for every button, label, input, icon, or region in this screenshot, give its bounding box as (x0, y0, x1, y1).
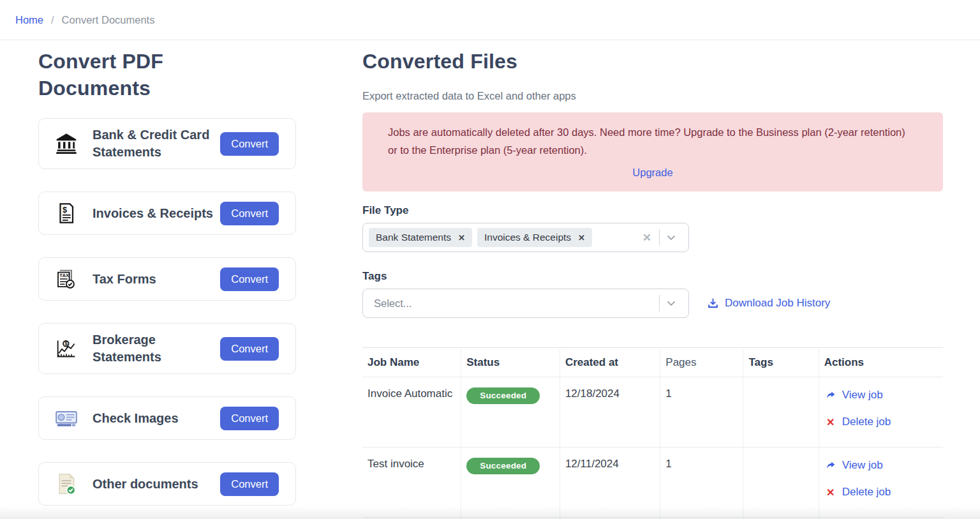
jobs-table-header-row: Job Name Status Created at Pages Tags Ac… (362, 348, 943, 377)
file-type-chip: Invoices & Receipts ✕ (477, 228, 592, 247)
file-type-label: File Type (362, 204, 943, 217)
pages-cell: 1 (660, 448, 743, 518)
status-badge: Succeeded (466, 387, 540, 404)
brokerage-icon: $ (53, 335, 80, 362)
chip-remove-icon[interactable]: ✕ (458, 233, 465, 243)
card-label: Brokerage Statements (93, 331, 220, 366)
svg-text:$: $ (64, 340, 68, 347)
convert-panel-title: Convert PDF Documents (38, 48, 204, 102)
chevron-down-icon[interactable] (665, 231, 678, 244)
card-label: Other documents (93, 476, 220, 493)
svg-text:TAX: TAX (59, 273, 70, 278)
card-label: Check Images (93, 410, 220, 427)
delete-x-icon: ✕ (824, 486, 837, 499)
status-cell: Succeeded (461, 377, 560, 448)
chip-remove-icon[interactable]: ✕ (578, 233, 585, 243)
other-document-icon (53, 470, 80, 497)
actions-cell: View job ✕ Delete job (819, 448, 943, 518)
convert-other-documents-button[interactable]: Convert (220, 472, 279, 496)
breadcrumb-home-link[interactable]: Home (15, 14, 43, 26)
view-job-label: View job (842, 389, 883, 402)
delete-job-link[interactable]: ✕ Delete job (824, 486, 938, 499)
header-tags: Tags (743, 348, 819, 377)
header-created-at: Created at (560, 348, 660, 377)
svg-text:$: $ (63, 206, 67, 214)
jobs-table: Job Name Status Created at Pages Tags Ac… (362, 347, 943, 519)
convert-bank-statements-button[interactable]: Convert (220, 132, 279, 156)
convert-check-images-button[interactable]: Convert (220, 407, 279, 430)
header-pages: Pages (660, 348, 743, 377)
card-check-images: Check Images Convert (38, 396, 296, 440)
pages-cell: 1 (660, 377, 743, 448)
retention-alert: Jobs are automatically deleted after 30 … (362, 112, 943, 192)
bank-icon (53, 130, 80, 157)
table-row: Test invoice Succeeded 12/11/2024 1 View… (362, 448, 943, 518)
page-subtitle: Export extracted data to Excel and other… (362, 90, 943, 102)
header-actions: Actions (819, 348, 943, 377)
view-job-arrow-icon (824, 389, 837, 401)
status-cell: Succeeded (461, 448, 560, 518)
delete-job-label: Delete job (842, 486, 891, 499)
breadcrumb-separator: / (51, 14, 54, 26)
delete-x-icon: ✕ (824, 416, 837, 428)
card-label: Tax Forms (93, 271, 220, 288)
view-job-label: View job (842, 459, 883, 472)
file-type-select[interactable]: Bank Statements ✕ Invoices & Receipts ✕ … (362, 223, 689, 252)
tags-label: Tags (362, 270, 943, 283)
card-label: Bank & Credit Card Statements (93, 126, 220, 161)
convert-brokerage-button[interactable]: Convert (220, 337, 279, 361)
actions-cell: View job ✕ Delete job (819, 377, 943, 448)
card-invoices-receipts: $ Invoices & Receipts Convert (38, 192, 296, 235)
status-badge: Succeeded (466, 458, 540, 474)
convert-panel: Convert PDF Documents Bank & Credit Card… (38, 48, 296, 519)
file-type-chip: Bank Statements ✕ (369, 228, 472, 247)
chip-label: Invoices & Receipts (484, 232, 571, 243)
table-row: Invoice Automatic Succeeded 12/18/2024 1… (362, 377, 943, 448)
convert-tax-forms-button[interactable]: Convert (220, 267, 279, 291)
delete-job-link[interactable]: ✕ Delete job (824, 416, 938, 428)
tax-form-icon: TAX (53, 266, 80, 292)
breadcrumb-current: Convert Documents (62, 14, 155, 26)
tags-select[interactable]: Select... (362, 289, 689, 318)
created-at-cell: 12/11/2024 (560, 448, 660, 518)
tags-cell (743, 448, 819, 518)
card-bank-statements: Bank & Credit Card Statements Convert (38, 118, 296, 169)
download-icon (707, 297, 719, 310)
download-job-history-link[interactable]: Download Job History (707, 297, 830, 310)
download-link-label: Download Job History (725, 297, 830, 310)
chevron-down-icon[interactable] (665, 297, 678, 310)
check-image-icon (53, 405, 80, 432)
converted-files-panel: Converted Files Export extracted data to… (362, 48, 943, 519)
card-brokerage-statements: $ Brokerage Statements Convert (38, 323, 296, 374)
card-label: Invoices & Receipts (93, 205, 220, 222)
view-job-link[interactable]: View job (824, 459, 938, 472)
created-at-cell: 12/18/2024 (560, 377, 660, 448)
delete-job-label: Delete job (842, 416, 891, 428)
tags-placeholder: Select... (369, 297, 412, 310)
upgrade-link[interactable]: Upgrade (388, 163, 917, 181)
chip-label: Bank Statements (376, 232, 451, 243)
view-job-link[interactable]: View job (824, 389, 938, 402)
header-job-name: Job Name (362, 348, 461, 377)
breadcrumb: Home / Convert Documents (0, 0, 980, 40)
job-name-cell: Invoice Automatic (362, 377, 461, 448)
job-name-cell: Test invoice (362, 448, 461, 518)
select-divider (659, 229, 660, 246)
select-clear-icon[interactable]: ✕ (642, 231, 651, 244)
view-job-arrow-icon (824, 460, 837, 471)
select-divider (659, 295, 660, 312)
page-content: Convert PDF Documents Bank & Credit Card… (0, 40, 980, 519)
page-title: Converted Files (362, 48, 943, 75)
card-other-documents: Other documents Convert (38, 462, 296, 506)
tags-cell (743, 377, 819, 448)
convert-invoices-button[interactable]: Convert (220, 202, 279, 225)
retention-alert-message: Jobs are automatically deleted after 30 … (388, 126, 905, 156)
header-status: Status (461, 348, 560, 377)
card-tax-forms: TAX Tax Forms Convert (38, 257, 296, 301)
invoice-icon: $ (53, 200, 80, 227)
